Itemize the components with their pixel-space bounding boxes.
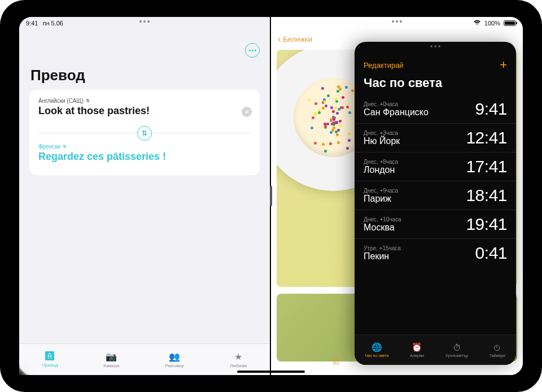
clock-tabbar: 🌐 Час по света ⏰ Аларми ⏱ Хронометър ⏲ Т…: [355, 334, 516, 365]
tab-label: Час по света: [365, 354, 388, 358]
tab-translate[interactable]: 🅰︎ Превод: [42, 351, 58, 368]
camera-icon: 📷: [106, 351, 117, 362]
target-language-label: Френски: [38, 143, 60, 150]
tab-label: Хронометър: [445, 354, 468, 358]
clock-offset: Днес, +0часа: [364, 101, 429, 107]
world-clock-row[interactable]: Днес, +10часаМосква19:41: [355, 210, 516, 238]
ipad-frame: 9:41 пн 5.06 Превод Английски (САЩ) ⇅ Lo…: [0, 0, 542, 392]
source-language-label: Английски (САЩ): [38, 98, 84, 104]
status-bar-right: 100%: [271, 17, 523, 29]
wifi-icon: [473, 20, 481, 27]
timer-icon: ⏲: [493, 343, 501, 352]
split-handle[interactable]: [270, 186, 272, 206]
checklist-icon[interactable]: ☑: [333, 357, 340, 366]
divider: ⇅: [38, 133, 251, 133]
clock-time: 17:41: [466, 157, 507, 176]
stopwatch-icon: ⏱: [453, 343, 461, 352]
tab-label: Камера: [103, 363, 119, 368]
chevron-updown-icon: ⇅: [86, 98, 90, 103]
target-language-selector[interactable]: Френски ⇅: [38, 143, 251, 150]
people-icon: 👥: [169, 351, 180, 362]
clock-time: 12:41: [466, 128, 507, 147]
tab-world-clock[interactable]: 🌐 Час по света: [365, 342, 388, 358]
page-title: Превод: [19, 67, 270, 90]
chevron-updown-icon: ⇅: [63, 144, 67, 149]
tab-label: Таймери: [489, 354, 505, 358]
clock-city: Париж: [364, 194, 398, 204]
world-clock-row[interactable]: Утре, +15часаПекин0:41: [355, 238, 516, 267]
world-clock-list[interactable]: Днес, +0часаСан Франциско9:41Днес, +3час…: [355, 95, 516, 334]
world-clock-row[interactable]: Днес, +9часаПариж18:41: [355, 181, 516, 210]
tab-camera[interactable]: 📷 Камера: [103, 351, 119, 368]
add-button[interactable]: +: [500, 58, 507, 72]
alarm-icon: ⏰: [412, 342, 422, 352]
edit-button[interactable]: Редактирай: [364, 61, 404, 69]
clock-offset: Днес, +3часа: [364, 130, 400, 136]
clock-title: Час по света: [355, 72, 516, 95]
clock-city: Лондон: [364, 165, 398, 175]
home-indicator[interactable]: [237, 371, 305, 373]
status-time: 9:41: [26, 20, 38, 27]
clock-time: 9:41: [475, 99, 507, 119]
slideover-grabber-icon[interactable]: [430, 45, 440, 47]
back-chevron-icon[interactable]: ‹: [278, 34, 281, 44]
clock-city: Ню Йорк: [364, 136, 400, 146]
world-clock-row[interactable]: Днес, +8часаЛондон17:41: [355, 152, 516, 181]
translation-card: Английски (САЩ) ⇅ Look at those pastries…: [29, 90, 260, 175]
clock-offset: Днес, +9часа: [364, 188, 398, 194]
world-clock-row[interactable]: Днес, +0часаСан Франциско9:41: [355, 95, 516, 123]
clock-offset: Утре, +15часа: [364, 245, 401, 251]
translate-app: 9:41 пн 5.06 Превод Английски (САЩ) ⇅ Lo…: [19, 17, 271, 375]
tab-label: Любими: [230, 363, 247, 368]
translate-icon: 🅰︎: [45, 351, 54, 361]
swap-languages-button[interactable]: ⇅: [137, 126, 152, 141]
clock-time: 19:41: [466, 215, 507, 234]
clock-time: 18:41: [466, 186, 507, 205]
star-icon: ★: [234, 351, 242, 362]
clock-offset: Днес, +10часа: [364, 216, 401, 223]
tab-label: Разговор: [165, 363, 184, 368]
source-language-selector[interactable]: Английски (САЩ) ⇅: [38, 98, 251, 104]
close-icon: ✕: [244, 108, 250, 116]
globe-icon: 🌐: [371, 342, 382, 352]
tab-label: Аларми: [410, 354, 424, 358]
swap-icon: ⇅: [142, 129, 147, 137]
status-bar-left: 9:41 пн 5.06: [19, 17, 270, 29]
clock-city: Москва: [364, 223, 401, 233]
tab-alarms[interactable]: ⏰ Аларми: [410, 342, 424, 358]
tab-timers[interactable]: ⏲ Таймери: [489, 343, 505, 358]
world-clock-row[interactable]: Днес, +3часаНю Йорк12:41: [355, 123, 516, 152]
tab-favorites[interactable]: ★ Любими: [230, 351, 247, 368]
tab-label: Превод: [42, 363, 58, 368]
clear-button[interactable]: ✕: [242, 107, 252, 117]
status-date: пн 5.06: [42, 20, 63, 27]
screen: 9:41 пн 5.06 Превод Английски (САЩ) ⇅ Lo…: [19, 17, 523, 375]
battery-percent: 100%: [484, 20, 500, 27]
source-text[interactable]: Look at those pastries!: [38, 105, 251, 117]
tab-conversation[interactable]: 👥 Разговор: [165, 351, 184, 368]
translate-tabbar: 🅰︎ Превод 📷 Камера 👥 Разговор ★ Любими: [19, 343, 270, 375]
notes-back-label[interactable]: Бележки: [283, 35, 312, 43]
clock-city: Пекин: [364, 251, 401, 262]
clock-app-slideover: Редактирай + Час по света Днес, +0часаСа…: [355, 42, 516, 365]
clock-city: Сан Франциско: [364, 107, 429, 117]
tab-stopwatch[interactable]: ⏱ Хронометър: [445, 343, 468, 358]
clock-offset: Днес, +8часа: [364, 159, 398, 165]
clock-time: 0:41: [475, 243, 507, 263]
target-text: Regardez ces pâtisseries !: [38, 151, 251, 163]
more-button[interactable]: [245, 43, 260, 58]
ellipsis-icon: [249, 50, 256, 51]
battery-icon: [504, 20, 516, 26]
